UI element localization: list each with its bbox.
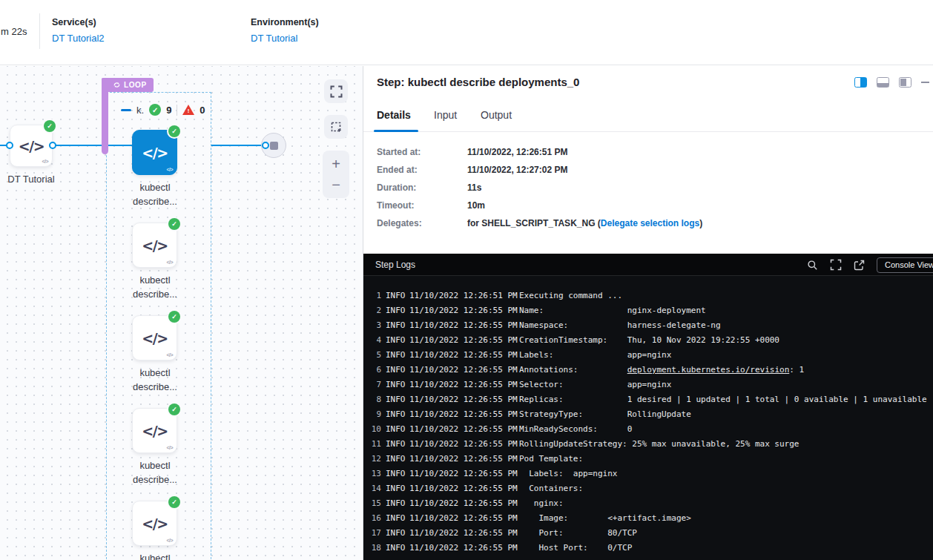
matrix-summary-header: k. ✓ 9 ! 0 bbox=[121, 103, 205, 116]
layout-split-right-icon[interactable] bbox=[854, 77, 867, 88]
log-message-text: Annotations: bbox=[519, 365, 627, 375]
log-level: INFO bbox=[386, 496, 409, 511]
step-node[interactable]: </></>✓ bbox=[132, 223, 177, 268]
success-check-icon: ✓ bbox=[168, 218, 180, 230]
stage-node-dt-tutorial[interactable]: </> </> ✓ bbox=[10, 125, 53, 167]
success-check-icon: ✓ bbox=[168, 496, 180, 508]
detail-value: for SHELL_SCRIPT_TASK_NG (Delegate selec… bbox=[467, 218, 702, 228]
log-timestamp: 11/10/2022 12:26:55 PM bbox=[409, 467, 519, 481]
log-timestamp: 11/10/2022 12:26:55 PM bbox=[409, 392, 519, 407]
log-line-number: 16 bbox=[363, 511, 381, 526]
log-message: Executing command ... bbox=[519, 289, 622, 303]
detail-label: Delegates: bbox=[377, 218, 467, 228]
tab-input[interactable]: Input bbox=[434, 109, 457, 132]
log-message: Port: 80/TCP bbox=[519, 526, 637, 541]
layout-split-left-icon[interactable] bbox=[899, 77, 911, 88]
step-node-label: kubectldescribe... bbox=[107, 551, 203, 560]
log-level: INFO bbox=[386, 392, 409, 407]
log-link[interactable]: deployment.kubernetes.io/revision bbox=[627, 365, 790, 375]
log-open-new-tab-button[interactable] bbox=[854, 260, 865, 271]
log-level: INFO bbox=[386, 422, 409, 437]
detail-label: Started at: bbox=[377, 147, 467, 157]
step-node[interactable]: </></>✓ bbox=[132, 408, 177, 453]
log-line: 11INFO11/10/2022 12:26:55 PMRollingUpdat… bbox=[363, 437, 933, 452]
log-message: MinReadySeconds: 0 bbox=[519, 422, 632, 437]
log-line-number: 7 bbox=[363, 378, 381, 392]
pipeline-canvas[interactable]: LOOP k. ✓ 9 ! 0 </> </> ✓ DT Tutorial </… bbox=[0, 66, 363, 560]
step-type-icon: </> bbox=[166, 538, 173, 543]
log-line-number: 3 bbox=[363, 318, 381, 333]
log-message: Replicas: 1 desired | 1 updated | 1 tota… bbox=[519, 392, 927, 407]
step-node[interactable]: </></>✓ bbox=[132, 315, 177, 360]
environments-label: Environment(s) bbox=[251, 17, 319, 27]
step-label-line: kubectl bbox=[107, 551, 203, 560]
log-level: INFO bbox=[386, 511, 409, 526]
header-divider bbox=[39, 13, 40, 49]
log-message: Labels: app=nginx bbox=[519, 467, 617, 481]
delegate-selection-logs-link[interactable]: Delegate selection logs bbox=[601, 218, 699, 228]
log-timestamp: 11/10/2022 12:26:55 PM bbox=[409, 526, 519, 541]
log-timestamp: 11/10/2022 12:26:55 PM bbox=[409, 541, 519, 556]
step-type-icon: </> bbox=[166, 445, 173, 450]
detail-value: 10m bbox=[467, 200, 485, 211]
environment-link[interactable]: DT Tutorial bbox=[251, 33, 319, 44]
step-node-label: kubectldescribe... bbox=[107, 458, 203, 487]
log-level: INFO bbox=[386, 407, 409, 422]
log-message: Namespace: harness-delegate-ng bbox=[519, 318, 721, 333]
success-check-icon: ✓ bbox=[168, 403, 180, 415]
success-count: 9 bbox=[166, 105, 171, 116]
log-message: Selector: app=nginx bbox=[519, 378, 671, 392]
log-level: INFO bbox=[386, 541, 409, 556]
step-node-label: kubectldescribe... bbox=[107, 273, 203, 301]
node-port-left[interactable] bbox=[262, 142, 269, 149]
log-timestamp: 11/10/2022 12:26:55 PM bbox=[409, 496, 519, 511]
step-type-icon: </> bbox=[42, 159, 48, 164]
detail-value: 11/10/2022, 12:26:51 PM bbox=[467, 147, 567, 157]
minimize-panel-icon[interactable] bbox=[921, 82, 929, 83]
detail-value-text: ) bbox=[699, 218, 702, 228]
log-search-button[interactable] bbox=[807, 260, 818, 271]
layout-split-bottom-icon[interactable] bbox=[877, 77, 889, 88]
detail-label: Timeout: bbox=[377, 200, 467, 211]
node-port-right[interactable] bbox=[49, 142, 56, 149]
log-level: INFO bbox=[386, 452, 409, 467]
log-line: 15INFO11/10/2022 12:26:55 PM nginx: bbox=[363, 496, 933, 511]
log-line: 9INFO11/10/2022 12:26:55 PMStrategyType:… bbox=[363, 407, 933, 422]
fit-to-screen-button[interactable] bbox=[324, 79, 348, 103]
external-link-icon bbox=[854, 260, 865, 271]
zoom-out-button[interactable]: − bbox=[332, 177, 340, 192]
log-fullscreen-button[interactable] bbox=[830, 259, 842, 271]
zoom-in-button[interactable]: + bbox=[332, 157, 340, 171]
collapse-icon[interactable] bbox=[121, 109, 131, 111]
step-node[interactable]: </></>✓ bbox=[132, 501, 177, 546]
tab-details[interactable]: Details bbox=[377, 109, 411, 132]
step-logs-section: Step Logs Console View 1INFO11/10/2022 1… bbox=[363, 254, 933, 560]
marquee-select-button[interactable] bbox=[324, 115, 348, 139]
log-line-number: 18 bbox=[363, 541, 381, 556]
log-timestamp: 11/10/2022 12:26:55 PM bbox=[409, 511, 519, 526]
node-port-left[interactable] bbox=[6, 142, 13, 149]
log-line: 13INFO11/10/2022 12:26:55 PM Labels: app… bbox=[363, 467, 933, 481]
step-label-line: kubectl bbox=[107, 366, 203, 380]
service-link[interactable]: DT Tutorial2 bbox=[52, 33, 105, 44]
log-line: 16INFO11/10/2022 12:26:55 PM Image: <+ar… bbox=[363, 511, 933, 526]
step-details-panel: Step: kubectl describe deployments_0 Det… bbox=[363, 66, 933, 560]
detail-label: Ended at: bbox=[377, 165, 467, 175]
step-type-icon: </> bbox=[166, 352, 173, 358]
step-node-label: kubectldescribe... bbox=[107, 180, 203, 208]
log-message-text: : 1 bbox=[789, 365, 804, 375]
step-type-icon: </> bbox=[166, 260, 173, 265]
log-line-number: 14 bbox=[363, 481, 381, 496]
log-line: 17INFO11/10/2022 12:26:55 PM Port: 80/TC… bbox=[363, 526, 933, 541]
code-icon: </> bbox=[142, 515, 167, 532]
detail-row: Ended at:11/10/2022, 12:27:02 PM bbox=[363, 161, 702, 179]
log-line-number: 4 bbox=[363, 333, 381, 348]
success-check-icon: ✓ bbox=[168, 125, 180, 137]
step-node-selected[interactable]: </></>✓ bbox=[132, 130, 177, 175]
console-view-button[interactable]: Console View bbox=[877, 257, 933, 273]
log-message: Image: <+artifact.image> bbox=[519, 511, 691, 526]
tab-output[interactable]: Output bbox=[481, 109, 512, 132]
step-label-line: kubectl bbox=[107, 273, 203, 287]
log-level: INFO bbox=[386, 318, 409, 333]
log-timestamp: 11/10/2022 12:26:55 PM bbox=[409, 318, 519, 333]
